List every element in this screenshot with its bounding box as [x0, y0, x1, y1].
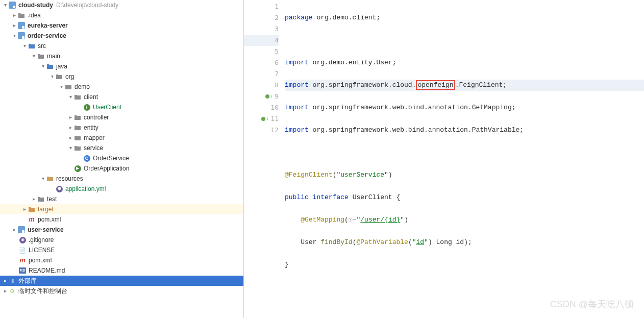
module-icon [17, 32, 26, 40]
tree-demo[interactable]: ▾ demo [0, 82, 243, 92]
tree-label: OrderApplication [84, 163, 129, 174]
tree-user-service[interactable]: ▸ user-service [0, 225, 243, 235]
bean-icon [261, 117, 265, 121]
tree-label: OrderService [93, 153, 129, 163]
folder-icon [37, 52, 45, 60]
tree-org[interactable]: ▾ org [0, 71, 243, 82]
tree-controller[interactable]: ▸ controller [0, 112, 243, 123]
line-number: 8 [275, 80, 279, 91]
package-icon [55, 72, 63, 81]
tree-resources[interactable]: ▾ resources [0, 174, 243, 184]
line-number: 12 [270, 125, 279, 136]
chevron-down-icon[interactable]: ▾ [49, 71, 55, 82]
string: " [400, 216, 404, 224]
chevron-right-icon[interactable]: ▸ [67, 123, 73, 133]
chevron-right-icon[interactable]: ▸ [11, 20, 17, 31]
project-path: D:\develop\cloud-study [56, 0, 118, 10]
keyword: public interface [285, 193, 353, 201]
editor-gutter: 1 2 3 4 5 6 7 8 ⬇9 10 ⬇11 12 [244, 0, 283, 318]
tree-java[interactable]: ▾ java [0, 61, 243, 71]
code-text: org.springframework.web.bind.annotation.… [309, 126, 524, 134]
chevron-right-icon[interactable]: ▸ [11, 225, 17, 235]
tree-main[interactable]: ▾ main [0, 51, 243, 61]
project-tree[interactable]: ▾ cloud-study D:\develop\cloud-study ▸ .… [0, 0, 244, 318]
tree-label: resources [56, 174, 83, 184]
tree-test[interactable]: ▸ test [0, 194, 243, 204]
chevron-down-icon[interactable]: ▾ [40, 61, 46, 71]
tree-entity[interactable]: ▸ entity [0, 123, 243, 133]
chevron-right-icon[interactable]: ▸ [21, 204, 28, 214]
code-editor[interactable]: 1 2 3 4 5 6 7 8 ⬇9 10 ⬇11 12 package org… [244, 0, 644, 318]
folder-icon [37, 195, 45, 203]
indent: User [285, 238, 320, 246]
code-text: org.demo.client; [313, 14, 381, 21]
tree-license[interactable]: 📄 LICENSE [0, 245, 243, 255]
chevron-right-icon[interactable]: ▸ [2, 276, 8, 286]
chevron-right-icon[interactable]: ▸ [2, 286, 8, 296]
tree-appyml[interactable]: ⬢ application.yml [0, 184, 243, 194]
package-icon [73, 113, 82, 121]
package-icon [64, 83, 72, 91]
chevron-down-icon[interactable]: ▾ [67, 143, 73, 153]
code-text: org.springframework.cloud. [309, 81, 416, 89]
chevron-down-icon[interactable]: ▾ [21, 41, 28, 51]
package-icon [73, 93, 82, 101]
chevron-down-icon[interactable]: ▾ [40, 174, 46, 184]
chevron-down-icon[interactable]: ▾ [67, 92, 73, 102]
tree-service[interactable]: ▾ service [0, 143, 243, 153]
gutter-icons[interactable]: ⬇ [261, 113, 268, 125]
tree-src[interactable]: ▾ src [0, 41, 243, 51]
tree-label: application.yml [65, 184, 106, 194]
target-folder-icon [28, 205, 36, 213]
tree-external-libraries[interactable]: ▸ ⫴ 外部库 [0, 276, 243, 286]
tree-userclient[interactable]: I UserClient [0, 102, 243, 112]
annotation: @FeignClient [285, 171, 333, 179]
chevron-right-icon[interactable]: ▸ [11, 10, 17, 20]
annotation: @PathVariable [356, 238, 408, 246]
tree-label: pom.xml [29, 255, 52, 265]
tree-orderapp[interactable]: ▶ OrderApplication [0, 163, 243, 174]
maven-icon: m [28, 215, 36, 224]
tree-idea[interactable]: ▸ .idea [0, 10, 243, 20]
keyword: import [285, 104, 309, 111]
chevron-down-icon[interactable]: ▾ [11, 31, 17, 41]
indent [285, 216, 301, 224]
string: /user/{id} [360, 216, 400, 224]
module-icon [8, 1, 16, 9]
line-number: 9 [275, 91, 279, 102]
tree-readme[interactable]: MD README.md [0, 265, 243, 276]
tree-target[interactable]: ▸ target [0, 204, 243, 214]
code-area[interactable]: package org.demo.client; import org.demo… [283, 0, 644, 318]
chevron-down-icon[interactable]: ▾ [58, 82, 64, 92]
tree-label: order-service [28, 31, 66, 41]
tree-order-service[interactable]: ▾ order-service [0, 31, 243, 41]
tree-label: main [47, 51, 60, 61]
gutter-icons[interactable]: ⬇ [265, 91, 273, 102]
tree-client[interactable]: ▾ client [0, 92, 243, 102]
tree-label: 临时文件和控制台 [18, 286, 67, 296]
chevron-right-icon[interactable]: ▸ [67, 112, 73, 123]
line-number: 1 [275, 1, 279, 12]
tree-gitignore[interactable]: ◉ .gitignore [0, 235, 243, 245]
chevron-down-icon[interactable]: ▾ [31, 51, 37, 61]
keyword: import [285, 81, 309, 89]
code-text: .FeignClient; [455, 81, 507, 89]
tree-label: java [56, 61, 67, 71]
chevron-right-icon[interactable]: ▸ [67, 133, 73, 143]
line-number: 3 [275, 23, 279, 35]
tree-orderservice[interactable]: C OrderService [0, 153, 243, 163]
tree-scratches[interactable]: ▸ ⚙ 临时文件和控制台 [0, 286, 243, 296]
tree-mapper[interactable]: ▸ mapper [0, 133, 243, 143]
code-text: org.demo.entity.User; [309, 59, 397, 66]
tree-pomxml[interactable]: m pom.xml [0, 214, 243, 225]
highlighted-text: openfeign [416, 80, 455, 90]
tree-pomxml2[interactable]: m pom.xml [0, 255, 243, 265]
tree-label: test [47, 194, 57, 204]
tree-eureka[interactable]: ▸ eureka-server [0, 20, 243, 31]
tree-label: target [38, 204, 54, 214]
tree-root[interactable]: ▾ cloud-study D:\develop\cloud-study [0, 0, 243, 10]
runnable-class-icon: ▶ [73, 164, 82, 173]
chevron-right-icon[interactable]: ▸ [31, 194, 37, 204]
tree-label: 外部库 [18, 276, 37, 286]
chevron-down-icon[interactable]: ▾ [2, 0, 8, 10]
